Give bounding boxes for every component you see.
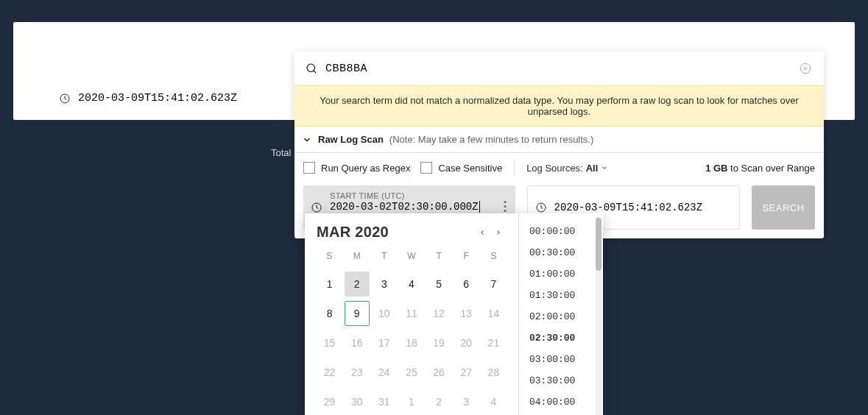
time-slot[interactable]: 01:30:00 [529,285,594,306]
raw-log-scan-title: Raw Log Scan [318,134,384,145]
search-panel: CBB8BA Your search term did not match a … [294,52,824,238]
end-time-value: 2020-03-09T15:41:02.623Z [554,202,703,213]
calendar-dow: T [371,246,397,269]
search-input[interactable]: CBB8BA [325,63,791,75]
calendar-day: 14 [481,301,506,326]
calendar-day: 29 [317,389,342,414]
header-time: 2020-03-09T15:41:02.623Z [59,92,237,104]
calendar-day: 26 [426,360,451,385]
calendar-day[interactable]: 8 [317,301,342,326]
datetime-picker: MAR 2020 SMTWTFS123456789101112131415161… [305,213,603,415]
calendar-day[interactable]: 2 [345,272,370,297]
time-slot[interactable]: 00:00:00 [529,221,594,242]
time-slot[interactable]: 02:00:00 [529,306,594,327]
calendar-day[interactable]: 6 [454,272,479,297]
close-circle-icon [799,62,812,75]
time-slot[interactable]: 02:30:00 [529,327,594,349]
calendar-day: 11 [399,301,424,326]
svg-point-6 [504,210,506,212]
time-slot[interactable]: 00:30:00 [529,242,594,263]
calendar-day[interactable]: 5 [426,272,451,297]
regex-checkbox[interactable]: Run Query as Regex [303,162,410,174]
regex-label: Run Query as Regex [321,163,410,174]
calendar-day: 13 [454,301,479,326]
calendar-day: 4 [481,389,506,414]
calendar: MAR 2020 SMTWTFS123456789101112131415161… [305,213,518,415]
start-time-value: 2020-03-02T02:30:00.000Z [330,201,480,213]
scan-size-value: 1 GB [705,163,727,174]
calendar-day: 10 [372,301,397,326]
clock-icon [59,93,71,104]
calendar-day: 16 [345,330,370,355]
calendar-day: 21 [481,330,506,355]
more-vertical-icon [504,201,507,213]
calendar-day[interactable]: 3 [372,272,397,297]
caret-down-icon [601,164,608,171]
calendar-day[interactable]: 9 [345,301,370,326]
options-row: Run Query as Regex Case Sensitive Log So… [294,153,824,182]
calendar-day: 24 [372,360,397,385]
calendar-day: 3 [454,389,479,414]
clock-icon [311,202,322,213]
start-time-label: START TIME (UTC) [330,191,480,200]
time-column: 00:00:0000:30:0001:00:0001:30:0002:00:00… [518,213,603,415]
calendar-day[interactable]: 4 [399,272,424,297]
calendar-dow: S [481,246,507,269]
chevron-left-icon [479,228,486,237]
no-match-message: Your search term did not match a normali… [294,85,824,127]
calendar-day: 1 [399,389,424,414]
raw-log-scan-note: (Note: May take a few minutes to return … [389,134,593,145]
calendar-day: 19 [426,330,451,355]
calendar-title: MAR 2020 [317,224,474,241]
calendar-day: 17 [372,330,397,355]
svg-point-4 [504,201,506,203]
search-icon [305,62,318,75]
calendar-day: 12 [426,301,451,326]
case-sensitive-checkbox[interactable]: Case Sensitive [420,162,502,174]
svg-point-5 [504,205,506,208]
scan-size-tail: to Scan over Range [730,163,815,174]
scan-size-info: 1 GB to Scan over Range [705,163,815,174]
svg-point-1 [307,64,315,72]
time-slot[interactable]: 04:00:00 [529,391,594,413]
divider [514,160,515,175]
calendar-day: 15 [317,330,342,355]
calendar-dow: F [454,246,479,269]
calendar-dow: W [398,246,424,269]
log-sources-value: All [586,163,599,174]
calendar-day[interactable]: 7 [481,272,506,297]
case-sensitive-label: Case Sensitive [438,163,502,174]
search-row: CBB8BA [294,52,824,85]
calendar-day: 28 [481,360,506,385]
clock-icon [535,202,547,213]
calendar-day: 25 [399,360,424,385]
chevron-down-icon [302,135,312,145]
checkbox-box-icon [420,162,432,174]
calendar-day[interactable]: 1 [317,272,342,297]
log-sources-dropdown[interactable]: Log Sources: All [526,163,608,174]
calendar-dow: T [426,246,452,269]
calendar-dow: M [344,246,370,269]
header-time-value: 2020-03-09T15:41:02.623Z [78,92,237,104]
time-slot[interactable]: 03:00:00 [529,349,594,370]
scrollbar-thumb[interactable] [596,218,601,271]
clear-search-button[interactable] [799,62,812,75]
calendar-day: 30 [345,389,370,414]
calendar-day: 31 [372,389,397,414]
time-slot[interactable]: 03:30:00 [529,370,594,391]
log-sources-label: Log Sources: [526,163,583,174]
calendar-day: 2 [426,389,451,414]
calendar-grid: SMTWTFS123456789101112131415161718192021… [317,246,507,415]
calendar-day: 23 [345,360,370,385]
calendar-day: 18 [399,330,424,355]
prev-month-button[interactable] [474,224,490,241]
raw-log-scan-toggle[interactable]: Raw Log Scan (Note: May take a few minut… [294,127,824,153]
calendar-day: 27 [454,360,479,385]
search-button[interactable]: SEARCH [752,185,815,230]
chevron-right-icon [495,228,502,237]
time-scrollbar[interactable] [596,216,601,415]
calendar-day: 22 [317,360,342,385]
time-slot[interactable]: 01:00:00 [529,263,594,285]
calendar-dow: S [317,246,342,269]
next-month-button[interactable] [490,224,507,241]
